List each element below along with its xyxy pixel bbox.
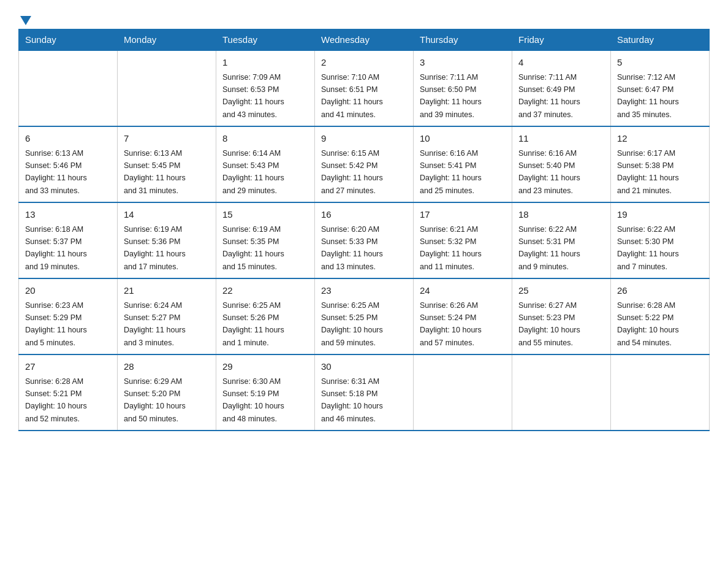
weekday-header-sunday: Sunday xyxy=(19,29,118,51)
calendar-cell xyxy=(611,354,710,431)
calendar-cell xyxy=(512,354,611,431)
day-info: Sunrise: 6:16 AM Sunset: 5:41 PM Dayligh… xyxy=(420,149,482,195)
weekday-header-tuesday: Tuesday xyxy=(216,29,315,51)
logo xyxy=(18,12,31,23)
day-info: Sunrise: 6:20 AM Sunset: 5:33 PM Dayligh… xyxy=(321,225,383,271)
calendar-cell: 7Sunrise: 6:13 AM Sunset: 5:45 PM Daylig… xyxy=(118,126,216,202)
day-info: Sunrise: 6:23 AM Sunset: 5:29 PM Dayligh… xyxy=(25,301,87,347)
weekday-header-wednesday: Wednesday xyxy=(315,29,414,51)
calendar-cell: 24Sunrise: 6:26 AM Sunset: 5:24 PM Dayli… xyxy=(414,278,512,354)
calendar-cell: 4Sunrise: 7:11 AM Sunset: 6:49 PM Daylig… xyxy=(512,50,611,126)
day-number: 27 xyxy=(25,360,111,374)
day-number: 8 xyxy=(222,132,308,146)
calendar-cell: 12Sunrise: 6:17 AM Sunset: 5:38 PM Dayli… xyxy=(611,126,710,202)
day-info: Sunrise: 6:22 AM Sunset: 5:30 PM Dayligh… xyxy=(617,225,679,271)
day-number: 23 xyxy=(321,284,407,298)
day-info: Sunrise: 6:18 AM Sunset: 5:37 PM Dayligh… xyxy=(25,225,87,271)
calendar-cell: 6Sunrise: 6:13 AM Sunset: 5:46 PM Daylig… xyxy=(19,126,118,202)
day-info: Sunrise: 6:29 AM Sunset: 5:20 PM Dayligh… xyxy=(124,377,186,423)
day-info: Sunrise: 6:17 AM Sunset: 5:38 PM Dayligh… xyxy=(617,149,679,195)
day-info: Sunrise: 6:16 AM Sunset: 5:40 PM Dayligh… xyxy=(518,149,580,195)
day-info: Sunrise: 6:21 AM Sunset: 5:32 PM Dayligh… xyxy=(420,225,482,271)
day-number: 5 xyxy=(617,56,703,70)
day-info: Sunrise: 6:28 AM Sunset: 5:22 PM Dayligh… xyxy=(617,301,679,347)
day-info: Sunrise: 7:12 AM Sunset: 6:47 PM Dayligh… xyxy=(617,73,679,119)
calendar-cell xyxy=(19,50,118,126)
calendar-cell: 16Sunrise: 6:20 AM Sunset: 5:33 PM Dayli… xyxy=(315,202,414,278)
calendar-cell: 18Sunrise: 6:22 AM Sunset: 5:31 PM Dayli… xyxy=(512,202,611,278)
calendar-cell: 8Sunrise: 6:14 AM Sunset: 5:43 PM Daylig… xyxy=(216,126,315,202)
day-number: 19 xyxy=(617,208,703,222)
day-number: 12 xyxy=(617,132,703,146)
calendar-cell: 9Sunrise: 6:15 AM Sunset: 5:42 PM Daylig… xyxy=(315,126,414,202)
calendar-cell: 26Sunrise: 6:28 AM Sunset: 5:22 PM Dayli… xyxy=(611,278,710,354)
day-number: 20 xyxy=(25,284,111,298)
day-info: Sunrise: 6:13 AM Sunset: 5:46 PM Dayligh… xyxy=(25,149,87,195)
calendar-cell: 3Sunrise: 7:11 AM Sunset: 6:50 PM Daylig… xyxy=(414,50,512,126)
day-number: 21 xyxy=(124,284,210,298)
day-number: 17 xyxy=(420,208,506,222)
calendar-cell: 14Sunrise: 6:19 AM Sunset: 5:36 PM Dayli… xyxy=(118,202,216,278)
calendar-week-5: 27Sunrise: 6:28 AM Sunset: 5:21 PM Dayli… xyxy=(19,354,710,431)
day-info: Sunrise: 7:09 AM Sunset: 6:53 PM Dayligh… xyxy=(222,73,284,119)
day-number: 13 xyxy=(25,208,111,222)
calendar-cell: 19Sunrise: 6:22 AM Sunset: 5:30 PM Dayli… xyxy=(611,202,710,278)
day-number: 2 xyxy=(321,56,407,70)
day-number: 25 xyxy=(518,284,604,298)
logo-triangle-icon xyxy=(20,16,31,25)
day-number: 14 xyxy=(124,208,210,222)
calendar-cell: 27Sunrise: 6:28 AM Sunset: 5:21 PM Dayli… xyxy=(19,354,118,431)
day-number: 10 xyxy=(420,132,506,146)
day-info: Sunrise: 6:27 AM Sunset: 5:23 PM Dayligh… xyxy=(518,301,580,347)
day-info: Sunrise: 6:19 AM Sunset: 5:35 PM Dayligh… xyxy=(222,225,284,271)
calendar-table: SundayMondayTuesdayWednesdayThursdayFrid… xyxy=(18,29,710,431)
day-number: 7 xyxy=(124,132,210,146)
calendar-cell: 2Sunrise: 7:10 AM Sunset: 6:51 PM Daylig… xyxy=(315,50,414,126)
day-info: Sunrise: 6:30 AM Sunset: 5:19 PM Dayligh… xyxy=(222,377,284,423)
calendar-week-1: 1Sunrise: 7:09 AM Sunset: 6:53 PM Daylig… xyxy=(19,50,710,126)
day-info: Sunrise: 6:25 AM Sunset: 5:25 PM Dayligh… xyxy=(321,301,383,347)
calendar-cell: 10Sunrise: 6:16 AM Sunset: 5:41 PM Dayli… xyxy=(414,126,512,202)
day-info: Sunrise: 6:22 AM Sunset: 5:31 PM Dayligh… xyxy=(518,225,580,271)
calendar-cell: 13Sunrise: 6:18 AM Sunset: 5:37 PM Dayli… xyxy=(19,202,118,278)
day-info: Sunrise: 6:19 AM Sunset: 5:36 PM Dayligh… xyxy=(124,225,186,271)
calendar-cell: 5Sunrise: 7:12 AM Sunset: 6:47 PM Daylig… xyxy=(611,50,710,126)
calendar-cell: 29Sunrise: 6:30 AM Sunset: 5:19 PM Dayli… xyxy=(216,354,315,431)
day-number: 9 xyxy=(321,132,407,146)
day-info: Sunrise: 6:26 AM Sunset: 5:24 PM Dayligh… xyxy=(420,301,482,347)
calendar-cell: 20Sunrise: 6:23 AM Sunset: 5:29 PM Dayli… xyxy=(19,278,118,354)
calendar-cell: 23Sunrise: 6:25 AM Sunset: 5:25 PM Dayli… xyxy=(315,278,414,354)
day-info: Sunrise: 7:10 AM Sunset: 6:51 PM Dayligh… xyxy=(321,73,383,119)
day-number: 30 xyxy=(321,360,407,374)
calendar-cell: 22Sunrise: 6:25 AM Sunset: 5:26 PM Dayli… xyxy=(216,278,315,354)
day-number: 16 xyxy=(321,208,407,222)
page-header xyxy=(18,12,710,23)
day-number: 29 xyxy=(222,360,308,374)
calendar-week-2: 6Sunrise: 6:13 AM Sunset: 5:46 PM Daylig… xyxy=(19,126,710,202)
day-number: 1 xyxy=(222,56,308,70)
day-info: Sunrise: 6:24 AM Sunset: 5:27 PM Dayligh… xyxy=(124,301,186,347)
calendar-cell: 21Sunrise: 6:24 AM Sunset: 5:27 PM Dayli… xyxy=(118,278,216,354)
day-number: 15 xyxy=(222,208,308,222)
day-info: Sunrise: 7:11 AM Sunset: 6:49 PM Dayligh… xyxy=(518,73,580,119)
day-number: 24 xyxy=(420,284,506,298)
weekday-header-monday: Monday xyxy=(118,29,216,51)
day-number: 22 xyxy=(222,284,308,298)
weekday-header-row: SundayMondayTuesdayWednesdayThursdayFrid… xyxy=(19,29,710,51)
day-number: 26 xyxy=(617,284,703,298)
weekday-header-friday: Friday xyxy=(512,29,611,51)
weekday-header-saturday: Saturday xyxy=(611,29,710,51)
calendar-week-4: 20Sunrise: 6:23 AM Sunset: 5:29 PM Dayli… xyxy=(19,278,710,354)
calendar-cell: 30Sunrise: 6:31 AM Sunset: 5:18 PM Dayli… xyxy=(315,354,414,431)
calendar-cell: 17Sunrise: 6:21 AM Sunset: 5:32 PM Dayli… xyxy=(414,202,512,278)
day-number: 18 xyxy=(518,208,604,222)
calendar-week-3: 13Sunrise: 6:18 AM Sunset: 5:37 PM Dayli… xyxy=(19,202,710,278)
day-number: 3 xyxy=(420,56,506,70)
day-info: Sunrise: 6:25 AM Sunset: 5:26 PM Dayligh… xyxy=(222,301,284,347)
calendar-cell: 11Sunrise: 6:16 AM Sunset: 5:40 PM Dayli… xyxy=(512,126,611,202)
day-number: 28 xyxy=(124,360,210,374)
calendar-cell: 28Sunrise: 6:29 AM Sunset: 5:20 PM Dayli… xyxy=(118,354,216,431)
day-info: Sunrise: 6:28 AM Sunset: 5:21 PM Dayligh… xyxy=(25,377,87,423)
day-number: 11 xyxy=(518,132,604,146)
calendar-cell: 1Sunrise: 7:09 AM Sunset: 6:53 PM Daylig… xyxy=(216,50,315,126)
